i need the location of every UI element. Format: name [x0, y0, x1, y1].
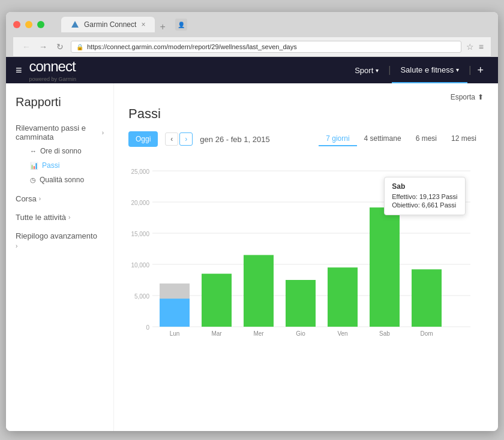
riepilogo-chevron: ›: [16, 243, 17, 249]
rilevamento-label: Rilevamento passi e camminata: [16, 123, 100, 141]
browser-titlebar: Garmin Connect × + 👤 ← → ↻ 🔒 https://con…: [6, 12, 498, 57]
lock-icon: 🔒: [76, 44, 83, 50]
sidebar-section-corsa-title[interactable]: Corsa ›: [16, 192, 104, 206]
sidebar: Rapporti Rilevamento passi e camminata ›…: [6, 83, 114, 431]
tooltip-obiettivo-value: 6,661 Passi: [422, 201, 456, 209]
svg-text:Gio: Gio: [296, 330, 305, 337]
sidebar-section-rilevamento: Rilevamento passi e camminata › ↔ Ore di…: [16, 121, 104, 187]
next-date-button[interactable]: ›: [179, 132, 193, 146]
nav-salute-label: Salute e fitness: [400, 65, 454, 74]
maximize-dot[interactable]: [37, 21, 44, 28]
nav-plus[interactable]: +: [472, 64, 488, 77]
close-dot[interactable]: [13, 21, 20, 28]
main-layout: Rapporti Rilevamento passi e camminata ›…: [6, 83, 498, 431]
svg-text:10,000: 10,000: [131, 262, 149, 269]
passi-icon: 📊: [30, 162, 38, 170]
period-tab-6mesi[interactable]: 6 mesi: [409, 132, 444, 146]
nav-salute[interactable]: Salute e fitness ▾: [392, 57, 467, 83]
sidebar-item-qualita-sonno[interactable]: ◷ Qualità sonno: [20, 173, 104, 187]
rilevamento-chevron: ›: [102, 129, 104, 136]
sidebar-subsection-rilevamento: ↔ Ore di sonno 📊 Passi ◷ Qualità sonno: [20, 144, 104, 187]
sidebar-title: Rapporti: [16, 95, 104, 109]
controls-row: Oggi ‹ › gen 26 - feb 1, 2015 7 giorni 4…: [128, 131, 484, 147]
export-icon: ⬆: [478, 93, 484, 101]
qualita-sonno-label: Qualità sonno: [40, 176, 84, 184]
nav-sport[interactable]: Sport ▾: [346, 57, 387, 83]
content-area: Esporta ⬆ Passi Oggi ‹ › gen 26 - feb 1,…: [114, 83, 498, 431]
address-bar: ← → ↻ 🔒 https://connect.garmin.com/moder…: [13, 37, 491, 57]
sidebar-item-ore-sonno[interactable]: ↔ Ore di sonno: [20, 144, 104, 158]
corsa-label: Corsa: [16, 194, 37, 203]
date-nav-arrows: ‹ ›: [165, 132, 193, 146]
active-tab[interactable]: Garmin Connect ×: [61, 17, 155, 32]
browser-menu-icon[interactable]: ≡: [479, 42, 484, 52]
period-tab-4settimane[interactable]: 4 settimane: [357, 132, 409, 146]
prev-date-button[interactable]: ‹: [165, 132, 178, 146]
sidebar-section-riepilogo-title[interactable]: Riepilogo avanzamento ›: [16, 229, 100, 252]
header-nav: Sport ▾ | Salute e fitness ▾ | +: [346, 57, 488, 83]
date-range-label: gen 26 - feb 1, 2015: [200, 135, 269, 144]
new-tab[interactable]: +: [155, 22, 170, 32]
refresh-button[interactable]: ↻: [54, 41, 66, 53]
tooltip-obiettivo-label: Obiettivo:: [392, 201, 419, 209]
period-tab-12mesi[interactable]: 12 mesi: [444, 132, 484, 146]
sidebar-section-attivita: Tutte le attività ›: [16, 210, 104, 224]
sidebar-section-rilevamento-title[interactable]: Rilevamento passi e camminata ›: [16, 121, 104, 144]
sidebar-item-passi[interactable]: 📊 Passi: [20, 158, 104, 173]
svg-text:Lun: Lun: [170, 330, 180, 337]
bar-gio: [286, 280, 316, 327]
back-button[interactable]: ←: [20, 41, 32, 53]
url-text: https://connect.garmin.com/modern/report…: [87, 43, 297, 50]
profile-icon[interactable]: 👤: [175, 19, 187, 31]
content-title: Passi: [128, 106, 484, 122]
bar-ven: [328, 267, 358, 327]
oggi-button[interactable]: Oggi: [128, 131, 158, 147]
bookmark-icon[interactable]: ☆: [466, 42, 474, 52]
svg-text:15,000: 15,000: [131, 231, 149, 237]
riepilogo-label: Riepilogo avanzamento: [16, 231, 97, 240]
chart-tooltip: Sab Effettivo: 19,123 Passi Obiettivo: 6…: [384, 177, 465, 215]
tooltip-title: Sab: [392, 182, 457, 191]
forward-button[interactable]: →: [37, 41, 49, 53]
browser-controls: Garmin Connect × + 👤: [13, 17, 491, 32]
app-logo: connect: [29, 58, 76, 75]
url-bar[interactable]: 🔒 https://connect.garmin.com/modern/repo…: [71, 41, 461, 53]
sidebar-section-attivita-title[interactable]: Tutte le attività ›: [16, 210, 104, 224]
svg-text:Mer: Mer: [253, 330, 264, 337]
browser-tabs: Garmin Connect × +: [61, 17, 170, 32]
app-container: ≡ connect powered by Garmin Sport ▾ | Sa…: [6, 57, 498, 431]
nav-separator: |: [387, 65, 392, 76]
export-label: Esporta: [451, 93, 475, 101]
ore-sonno-icon: ↔: [30, 147, 37, 155]
tooltip-effettivo-label: Effettivo:: [392, 193, 418, 200]
svg-text:Sab: Sab: [379, 330, 390, 337]
period-tabs: 7 giorni 4 settimane 6 mesi 12 mesi: [319, 132, 484, 146]
attivita-label: Tutte le attività: [16, 213, 66, 222]
browser-window: Garmin Connect × + 👤 ← → ↻ 🔒 https://con…: [6, 12, 498, 431]
nav-sport-arrow: ▾: [376, 67, 379, 74]
bar-sab: [370, 207, 400, 327]
period-tab-7giorni[interactable]: 7 giorni: [319, 132, 356, 146]
svg-text:25,000: 25,000: [131, 168, 149, 175]
nav-separator2: |: [467, 65, 472, 76]
svg-text:Ven: Ven: [337, 330, 347, 337]
tab-close-button[interactable]: ×: [141, 20, 145, 29]
svg-text:Mar: Mar: [211, 330, 222, 337]
export-row: Esporta ⬆: [128, 93, 484, 101]
nav-salute-arrow: ▾: [456, 67, 459, 73]
app-header: ≡ connect powered by Garmin Sport ▾ | Sa…: [6, 57, 498, 83]
attivita-chevron: ›: [68, 214, 70, 221]
chart-area: Sab Effettivo: 19,123 Passi Obiettivo: 6…: [128, 159, 484, 353]
bar-dom: [412, 269, 442, 327]
svg-text:Dom: Dom: [420, 330, 433, 337]
nav-sport-label: Sport: [355, 66, 373, 75]
tooltip-effettivo: Effettivo: 19,123 Passi: [392, 193, 457, 200]
minimize-dot[interactable]: [25, 21, 32, 28]
svg-marker-0: [71, 21, 79, 28]
qualita-sonno-icon: ◷: [30, 176, 36, 184]
corsa-chevron: ›: [39, 195, 41, 202]
bar-mar: [202, 274, 232, 327]
hamburger-menu[interactable]: ≡: [16, 64, 22, 77]
garmin-tab-icon: [71, 20, 79, 29]
export-button[interactable]: Esporta ⬆: [451, 93, 484, 101]
